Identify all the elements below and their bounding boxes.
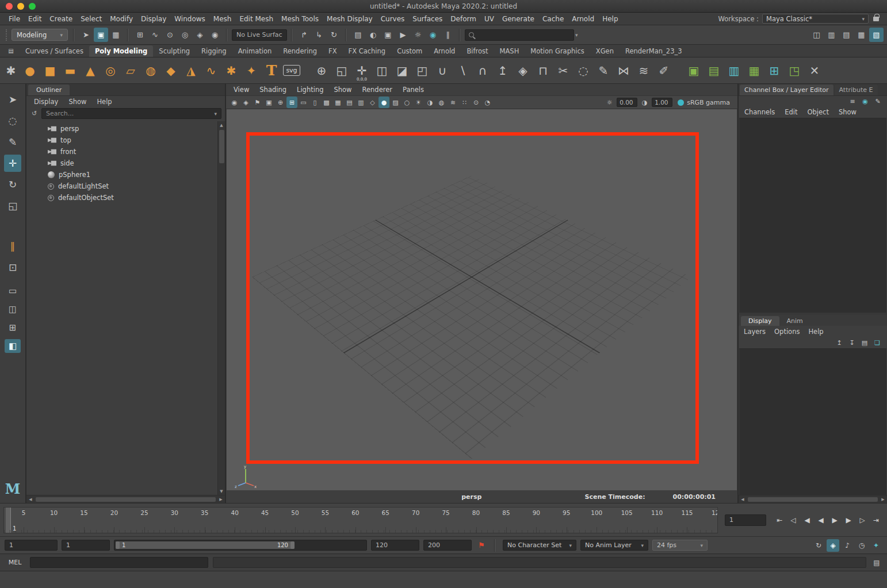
play-forwards-button[interactable]: ▶ — [828, 514, 841, 526]
target-weld-icon[interactable]: ◌ — [574, 60, 593, 81]
frame-tick[interactable]: 65 — [370, 508, 400, 533]
render-settings-icon[interactable]: ☼ — [411, 28, 425, 42]
script-editor-icon[interactable]: ▤ — [871, 557, 882, 568]
character-set-select[interactable]: No Character Set ▾ — [503, 540, 576, 551]
menu-item[interactable]: Select — [77, 15, 106, 23]
camera-bookmark-icon[interactable]: ⚑ — [252, 97, 263, 108]
toolbar-separator[interactable] — [125, 28, 131, 43]
toggle-channel-box-icon[interactable]: ▧ — [869, 28, 884, 42]
field-chart-icon[interactable]: ▦ — [332, 97, 343, 108]
delete-history-icon[interactable]: ✕ — [805, 60, 824, 81]
use-default-material-icon[interactable]: ○ — [402, 97, 412, 108]
outliner-item[interactable]: defaultObjectSet — [26, 192, 216, 203]
range-handle-right-grip[interactable] — [290, 541, 295, 549]
make-live-icon[interactable]: ◉ — [208, 28, 222, 42]
shelf-settings-gear-icon[interactable]: ✱ — [1, 60, 21, 81]
output-connections-icon[interactable]: ↳ — [312, 28, 326, 42]
poly-disc-icon[interactable]: ◍ — [141, 60, 160, 81]
multi-cut-icon[interactable]: ✂ — [553, 60, 573, 81]
scrollbar-thumb[interactable] — [36, 497, 216, 502]
center-pivot-icon[interactable]: ⊕ — [312, 60, 331, 81]
render-setup-icon[interactable]: ◉ — [426, 28, 440, 42]
poly-cylinder-icon[interactable]: ▬ — [60, 60, 80, 81]
construction-history-icon[interactable]: ↻ — [327, 28, 341, 42]
outliner-filter-icon[interactable]: ↺ — [30, 110, 39, 117]
shelf-tab[interactable]: Rendering — [277, 45, 323, 57]
menu-item[interactable]: Modify — [106, 15, 137, 23]
ipr-render-icon[interactable]: ▣ — [381, 28, 395, 42]
frame-tick[interactable]: 120 — [702, 508, 718, 533]
command-language-toggle[interactable]: MEL — [5, 559, 25, 566]
animation-end-field[interactable] — [423, 540, 472, 551]
layer-editor-menu-item[interactable]: Help — [808, 328, 823, 336]
layer-editor-tab[interactable]: Anim — [779, 316, 810, 326]
menu-set-select[interactable]: Modeling ▾ — [12, 29, 68, 41]
sculpt-tool-icon[interactable]: ✐ — [654, 60, 674, 81]
scroll-right-icon[interactable]: ▶ — [217, 497, 225, 502]
boolean-intersection-icon[interactable]: ∩ — [473, 60, 492, 81]
move-to-origin-icon[interactable]: ✛0,0,0 — [352, 60, 372, 81]
menu-item[interactable]: Display — [137, 15, 170, 23]
poly-cube-icon[interactable]: ■ — [40, 60, 60, 81]
layout-four-pane-button[interactable]: ⊞ — [5, 321, 21, 335]
shelf-tab[interactable]: Rigging — [196, 45, 232, 57]
motion-blur-icon[interactable]: ≋ — [448, 97, 458, 108]
range-slider-handle[interactable]: 1 120 — [116, 541, 295, 549]
layer-move-up-icon[interactable]: ↥ — [834, 338, 844, 347]
symmetry-options-icon[interactable]: ∥ — [4, 237, 21, 255]
right-panel-tab[interactable]: Attribute E — [835, 84, 878, 95]
frame-tick[interactable]: 80 — [461, 508, 491, 533]
smooth-icon[interactable]: ≋ — [634, 60, 653, 81]
outliner-menu-item[interactable]: Help — [91, 98, 117, 106]
menu-item[interactable]: Curves — [377, 15, 409, 23]
layout-persp-outliner-button[interactable]: ◧ — [5, 339, 21, 353]
frame-tick[interactable]: 85 — [491, 508, 521, 533]
layer-empty-icon[interactable]: ▤ — [859, 338, 870, 347]
quad-draw-icon[interactable]: ✎ — [594, 60, 613, 81]
menu-item[interactable]: Edit — [24, 15, 45, 23]
toolbar-separator[interactable] — [71, 28, 77, 43]
channel-box-menu-item[interactable]: Channels — [744, 108, 775, 116]
shelf-tab[interactable]: RenderMan_23_3 — [620, 45, 688, 57]
shelf-tab[interactable]: Arnold — [428, 45, 461, 57]
render-sequence-icon[interactable]: ▶ — [396, 28, 410, 42]
step-forward-frame-button[interactable]: ▶ — [842, 514, 855, 526]
step-back-key-button[interactable]: ◁ — [787, 514, 800, 526]
auto-key-icon[interactable]: ✦ — [870, 539, 882, 552]
soft-select-icon[interactable]: ⊡ — [4, 259, 21, 276]
gate-mask-icon[interactable]: ▩ — [321, 97, 332, 108]
shelf-tab[interactable]: FX — [323, 45, 343, 57]
layout-single-pane-button[interactable]: ▭ — [5, 284, 21, 298]
extract-icon[interactable]: ◰ — [412, 60, 432, 81]
frame-tick[interactable]: 90 — [521, 508, 551, 533]
lock-icon[interactable] — [873, 17, 879, 21]
viewport-canvas[interactable]: y x z — [227, 109, 737, 490]
select-component-icon[interactable]: ▦ — [109, 28, 123, 42]
boolean-difference-icon[interactable]: ∖ — [453, 60, 472, 81]
menu-item[interactable]: Generate — [498, 15, 538, 23]
toggle-tool-settings-icon[interactable]: ▤ — [839, 28, 854, 42]
exposure-icon[interactable]: ☼ — [604, 97, 615, 108]
scroll-down-icon[interactable]: ▼ — [218, 487, 225, 495]
poly-plane-icon[interactable]: ▱ — [121, 60, 140, 81]
go-to-start-button[interactable]: ⇤ — [773, 514, 786, 526]
frame-tick[interactable]: 40 — [220, 508, 250, 533]
extrude-icon[interactable]: ↥ — [493, 60, 513, 81]
poly-helix-icon[interactable]: ∿ — [201, 60, 221, 81]
snap-view-plane-icon[interactable]: ◈ — [193, 28, 207, 42]
bridge-icon[interactable]: ⊓ — [533, 60, 553, 81]
outliner-item[interactable]: side — [26, 157, 216, 169]
snap-curve-icon[interactable]: ∿ — [148, 28, 162, 42]
select-camera-icon[interactable]: ◉ — [229, 97, 240, 108]
snap-grid-icon[interactable]: ⊞ — [133, 28, 147, 42]
current-frame-field[interactable] — [725, 514, 766, 526]
shelf-tab[interactable]: Custom — [391, 45, 428, 57]
toggle-hypershade-icon[interactable]: ▥ — [824, 28, 839, 42]
layer-new-icon[interactable]: ❏ — [872, 338, 882, 347]
range-handle-left-grip[interactable] — [116, 541, 120, 549]
menu-item[interactable]: Create — [45, 15, 77, 23]
bifrost-graph-icon[interactable]: ▦ — [744, 60, 764, 81]
playback-options-icon[interactable]: ◈ — [827, 539, 839, 552]
shadows-icon[interactable]: ◑ — [425, 97, 435, 108]
select-tool-icon[interactable]: ➤ — [4, 91, 21, 108]
